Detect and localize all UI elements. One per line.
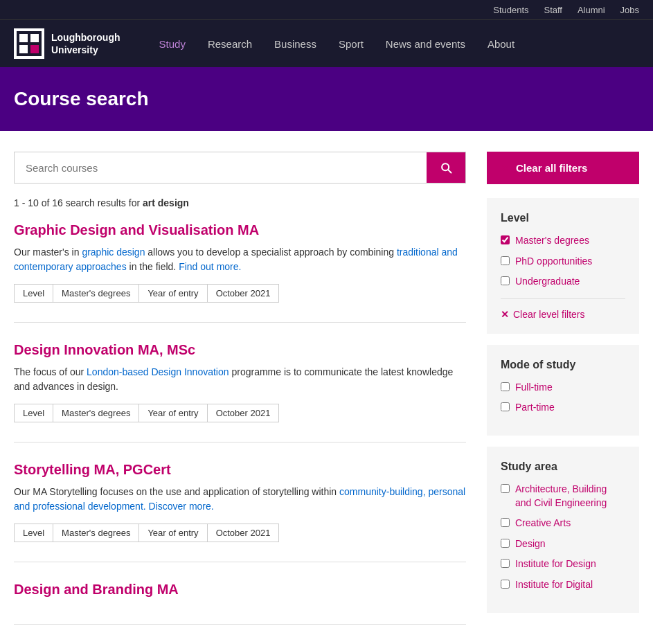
course-link[interactable]: graphic design: [82, 247, 145, 258]
course-link[interactable]: community-building, personal and profess…: [14, 486, 465, 512]
course-tags: Level Master's degrees Year of entry Oct…: [14, 524, 466, 542]
course-tags: Level Master's degrees Year of entry Oct…: [14, 284, 466, 303]
filter-level: Level Master's degrees PhD opportunities…: [487, 198, 639, 334]
filter-option-masters[interactable]: Master's degrees: [501, 234, 625, 248]
content-wrapper: 1 - 10 of 16 search results for art desi…: [0, 131, 653, 644]
filter-option-phd[interactable]: PhD opportunities: [501, 255, 625, 269]
tag-year-value: October 2021: [208, 284, 280, 303]
clear-all-filters-button[interactable]: ✕ Clear all filters: [487, 152, 639, 184]
course-title[interactable]: Design and Branding MA: [14, 582, 466, 598]
course-card: Design and Branding MA: [14, 582, 466, 625]
checkbox-undergrad[interactable]: [501, 276, 510, 285]
filter-study-area-title: Study area: [501, 460, 625, 473]
search-button[interactable]: [427, 152, 465, 183]
sidebar: ✕ Clear all filters Level Master's degre…: [487, 152, 639, 644]
find-out-more-link[interactable]: Find out more.: [179, 261, 241, 272]
main-nav: Loughborough University Study Research B…: [0, 19, 653, 67]
main-section: 1 - 10 of 16 search results for art desi…: [14, 152, 466, 644]
filter-label-fulltime[interactable]: Full-time: [515, 381, 553, 395]
checkbox-masters[interactable]: [501, 235, 510, 244]
utility-nav: Students Staff Alumni Jobs: [0, 0, 653, 19]
filter-option-inst-digital[interactable]: Institute for Digital: [501, 578, 625, 592]
filter-mode-of-study: Mode of study Full-time Part-time: [487, 345, 639, 436]
filter-divider: [501, 298, 625, 299]
clear-level-filters-button[interactable]: ✕ Clear level filters: [501, 309, 584, 320]
page-header: Course search: [0, 67, 653, 131]
course-title[interactable]: Graphic Design and Visualisation MA: [14, 222, 466, 238]
checkbox-fulltime[interactable]: [501, 382, 510, 391]
nav-links: Study Research Business Sport News and e…: [148, 24, 639, 64]
filter-label-phd[interactable]: PhD opportunities: [515, 255, 592, 269]
tag-level-label: Level: [14, 404, 53, 422]
tag-year-value: October 2021: [208, 524, 280, 542]
filter-label-arch[interactable]: Architecture, Building and Civil Enginee…: [515, 483, 625, 510]
x-icon: ✕: [501, 163, 509, 174]
course-title[interactable]: Design Innovation MA, MSc: [14, 342, 466, 358]
filter-level-title: Level: [501, 212, 625, 224]
filter-label-design[interactable]: Design: [515, 537, 546, 551]
checkbox-design[interactable]: [501, 539, 510, 548]
filter-label-undergrad[interactable]: Undergraduate: [515, 275, 580, 289]
utility-nav-alumni[interactable]: Alumni: [578, 5, 605, 15]
tag-year-label: Year of entry: [139, 404, 207, 422]
filter-study-area: Study area Architecture, Building and Ci…: [487, 447, 639, 613]
filter-label-masters[interactable]: Master's degrees: [515, 234, 589, 248]
results-summary: 1 - 10 of 16 search results for art desi…: [14, 197, 466, 208]
tag-year-label: Year of entry: [139, 284, 207, 303]
filter-option-fulltime[interactable]: Full-time: [501, 381, 625, 395]
logo[interactable]: Loughborough University: [14, 20, 120, 67]
nav-business[interactable]: Business: [263, 24, 328, 64]
tag-year-value: October 2021: [208, 404, 280, 422]
checkbox-arch[interactable]: [501, 484, 510, 493]
tag-level-label: Level: [14, 524, 53, 542]
course-card: Design Innovation MA, MSc The focus of o…: [14, 342, 466, 442]
checkbox-inst-design[interactable]: [501, 559, 510, 568]
search-bar: [14, 152, 466, 184]
course-card: Graphic Design and Visualisation MA Our …: [14, 222, 466, 323]
utility-nav-students[interactable]: Students: [493, 5, 528, 15]
nav-about[interactable]: About: [476, 24, 526, 64]
logo-icon: [14, 28, 44, 59]
course-link[interactable]: London-based Design Innovation: [87, 366, 229, 377]
filter-label-parttime[interactable]: Part-time: [515, 401, 555, 415]
search-input[interactable]: [15, 152, 427, 183]
checkbox-inst-digital[interactable]: [501, 580, 510, 589]
x-icon-level: ✕: [501, 309, 509, 320]
nav-sport[interactable]: Sport: [328, 24, 375, 64]
search-icon: [439, 161, 453, 175]
checkbox-phd[interactable]: [501, 256, 510, 265]
tag-year-label: Year of entry: [139, 524, 207, 542]
filter-option-parttime[interactable]: Part-time: [501, 401, 625, 415]
utility-nav-staff[interactable]: Staff: [544, 5, 562, 15]
svg-rect-1: [19, 34, 28, 42]
filter-option-creative-arts[interactable]: Creative Arts: [501, 517, 625, 530]
course-card: Storytelling MA, PGCert Our MA Storytell…: [14, 462, 466, 562]
logo-text: Loughborough University: [51, 31, 120, 56]
search-query: art design: [143, 197, 189, 208]
course-tags: Level Master's degrees Year of entry Oct…: [14, 404, 466, 422]
filter-option-design[interactable]: Design: [501, 537, 625, 551]
filter-label-inst-design[interactable]: Institute for Design: [515, 557, 596, 571]
course-title[interactable]: Storytelling MA, PGCert: [14, 462, 466, 478]
course-description: Our master's in graphic design allows yo…: [14, 245, 466, 274]
tag-level-label: Level: [14, 284, 53, 303]
svg-rect-2: [30, 34, 39, 42]
checkbox-parttime[interactable]: [501, 402, 510, 411]
checkbox-creative-arts[interactable]: [501, 518, 510, 527]
course-description: The focus of our London-based Design Inn…: [14, 365, 466, 394]
tag-level-value: Master's degrees: [53, 404, 139, 422]
filter-label-creative-arts[interactable]: Creative Arts: [515, 517, 571, 530]
filter-option-undergrad[interactable]: Undergraduate: [501, 275, 625, 289]
filter-option-arch[interactable]: Architecture, Building and Civil Enginee…: [501, 483, 625, 510]
filter-option-inst-design[interactable]: Institute for Design: [501, 557, 625, 571]
utility-nav-jobs[interactable]: Jobs: [620, 5, 639, 15]
nav-study[interactable]: Study: [148, 24, 197, 64]
course-description: Our MA Storytelling focuses on the use a…: [14, 485, 466, 514]
discover-more-link[interactable]: Discover more.: [149, 501, 214, 512]
filter-mode-title: Mode of study: [501, 359, 625, 371]
nav-news-events[interactable]: News and events: [375, 24, 476, 64]
filter-label-inst-digital[interactable]: Institute for Digital: [515, 578, 593, 592]
tag-level-value: Master's degrees: [53, 284, 139, 303]
nav-research[interactable]: Research: [197, 24, 263, 64]
tag-level-value: Master's degrees: [53, 524, 139, 542]
